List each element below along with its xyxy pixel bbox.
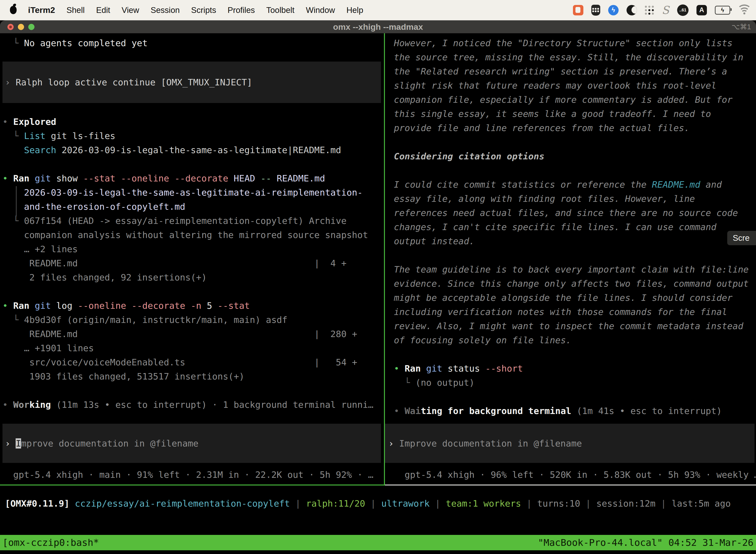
terminal-line: • Ran git log --oneline --decorate -n 5 … — [2, 298, 384, 313]
menu-item-help[interactable]: Help — [346, 5, 363, 15]
menu-item-profiles[interactable]: Profiles — [228, 5, 255, 15]
line-segment: the "Related research writing" section i… — [394, 66, 727, 76]
menu-item-toolbelt[interactable]: Toolbelt — [266, 5, 295, 15]
blue-badge-icon[interactable]: ϟ — [608, 5, 619, 15]
line-segment — [228, 173, 234, 183]
line-segment — [69, 498, 75, 509]
line-segment: mprove documentation in @filename — [21, 438, 198, 448]
line-segment: Ran — [13, 300, 29, 311]
line-segment: 067f154 (HEAD -> essay/ai-reimplementati… — [24, 216, 346, 226]
keyboard-a-icon[interactable]: A — [696, 5, 707, 15]
tmux-host-clock: "MacBook-Pro-44.local" 04:52 31-Mar-26 — [538, 537, 754, 548]
terminal-line: provide file and line references from th… — [394, 121, 756, 135]
line-segment: 2 files changed, 92 insertions(+) — [2, 272, 207, 282]
terminal-line: of focusing solely on file lines. — [394, 333, 756, 347]
line-segment: | — [365, 498, 381, 509]
terminal-line: Search 2026-03-09-is-legal-the-same-as-l… — [2, 143, 384, 157]
line-segment: └ — [2, 131, 24, 141]
line-segment — [185, 300, 191, 311]
menu-item-edit[interactable]: Edit — [96, 5, 110, 15]
line-segment: changes, I can't cite specific file line… — [394, 222, 716, 232]
line-segment: No agents completed yet — [24, 38, 148, 48]
window-title: omx --xhigh --madmax — [0, 22, 756, 32]
tree-connector-line — [16, 186, 17, 216]
line-segment: --decorate — [175, 173, 229, 183]
line-segment: src/voice/voiceModeEnabled.ts | 54 + — [2, 357, 357, 367]
line-segment — [421, 364, 426, 374]
battery-icon[interactable]: ϟ — [715, 6, 730, 15]
line-segment: README.md | 280 + — [2, 329, 357, 339]
line-segment: status — [442, 364, 485, 374]
terminal-line: this single essay, it seems like a good … — [394, 107, 756, 121]
line-segment: ting for background terminal — [421, 406, 571, 416]
terminal-line: gpt-5.4 xhigh · 96% left · 520K in · 5.8… — [394, 467, 756, 482]
apple-menu-icon[interactable] — [10, 6, 17, 14]
line-segment: git — [426, 364, 442, 374]
chat-app-icon[interactable] — [573, 5, 583, 15]
line-segment: --decorate — [131, 300, 185, 311]
line-segment: 4b9d30f (origin/main, instructkr/main, m… — [24, 315, 288, 325]
right-terminal-pane[interactable]: However, I noticed the "Directory Struct… — [385, 33, 756, 486]
line-segment: log — [51, 300, 78, 311]
menu-item-session[interactable]: Session — [150, 5, 180, 15]
line-segment: --stat — [217, 300, 250, 311]
terminal-line: … +2 lines — [2, 242, 384, 256]
line-segment: • — [2, 117, 13, 127]
terminal-line: the "Related research writing" section i… — [394, 64, 756, 78]
line-segment: review. Also, I might want to inspect th… — [394, 321, 743, 331]
line-segment: Ralph loop active continue [OMX_TMUX_INJ… — [16, 77, 252, 88]
shield-grid-icon[interactable] — [591, 5, 600, 16]
line-segment: [OMX#0.11.9] — [5, 498, 69, 509]
line-segment: including verification notes with those … — [394, 307, 727, 317]
crescent-circle-icon[interactable] — [627, 5, 637, 15]
terminal-line: › Improve documentation in @filename — [388, 436, 582, 450]
line-segment: └ — [2, 315, 24, 325]
left-prompt-line: › Improve documentation in @filename — [5, 436, 198, 450]
tooltip-text: Scre — [733, 233, 750, 242]
terminal-line: gpt-5.4 xhigh · main · 91% left · 2.31M … — [2, 467, 384, 482]
line-segment: Explored — [13, 117, 56, 127]
right-prompt-input[interactable]: › Improve documentation in @filename — [385, 424, 755, 463]
line-segment: essay file, along with finding root file… — [394, 193, 695, 204]
line-segment: the source tree, missing the essay. Stil… — [394, 52, 743, 62]
terminal-line: changes, I can't cite specific file line… — [394, 220, 756, 234]
line-segment: However, I noticed the "Directory Struct… — [394, 38, 733, 48]
terminal-line: slight risk that future readers may over… — [394, 78, 756, 93]
line-segment: The team guideline is to back every impo… — [394, 264, 749, 275]
left-intro-lines: └ No agents completed yet — [2, 36, 384, 50]
wifi-icon[interactable] — [738, 5, 751, 15]
line-segment — [271, 173, 277, 183]
terminal-line: might be acceptable alongside the file l… — [394, 291, 756, 305]
left-terminal-pane[interactable]: └ No agents completed yet › Ralph loop a… — [0, 33, 385, 486]
line-segment: | — [655, 498, 672, 509]
line-segment: └ — [2, 38, 24, 48]
line-segment: | — [580, 498, 596, 509]
line-segment: and-the-erosion-of-copyleft.md — [24, 202, 185, 212]
squiggle-icon[interactable]: S — [662, 5, 669, 16]
terminal-line: output instead. — [394, 234, 756, 248]
line-segment: --stat — [83, 173, 115, 183]
menu-item-window[interactable]: Window — [306, 5, 335, 15]
window-title-bar[interactable]: omx --xhigh --madmax ⌥⌘1 — [0, 20, 756, 33]
app-menu-iterm2[interactable]: iTerm2 — [28, 5, 55, 15]
line-segment: HEAD — [234, 173, 255, 183]
terminal-line: companion file, especially if more comme… — [394, 93, 756, 107]
line-segment: └ — [394, 378, 416, 388]
line-segment: README.md — [277, 173, 325, 183]
left-prompt-input[interactable]: › Improve documentation in @filename — [2, 424, 381, 463]
tmux-session-label: [omx-cczip0:bash* — [2, 537, 99, 548]
line-segment: -n — [191, 300, 201, 311]
meter-circle-icon[interactable]: ..61 — [677, 4, 689, 16]
left-model-statusline: gpt-5.4 xhigh · main · 91% left · 2.31M … — [2, 467, 384, 482]
dots-grid-icon[interactable] — [645, 6, 654, 15]
line-segment: --oneline — [78, 300, 126, 311]
menu-item-shell[interactable]: Shell — [66, 5, 84, 15]
menu-item-view[interactable]: View — [122, 5, 139, 15]
ralph-loop-line: › Ralph loop active continue [OMX_TMUX_I… — [5, 75, 252, 89]
terminal-line: src/voice/voiceModeEnabled.ts | 54 + — [2, 355, 384, 369]
terminal-line: › Ralph loop active continue [OMX_TMUX_I… — [5, 75, 252, 89]
terminal-line: Considering citation options — [394, 149, 756, 163]
terminal-line: └ No agents completed yet — [2, 36, 384, 50]
meter-label: ..61 — [679, 8, 686, 13]
menu-item-scripts[interactable]: Scripts — [191, 5, 216, 15]
